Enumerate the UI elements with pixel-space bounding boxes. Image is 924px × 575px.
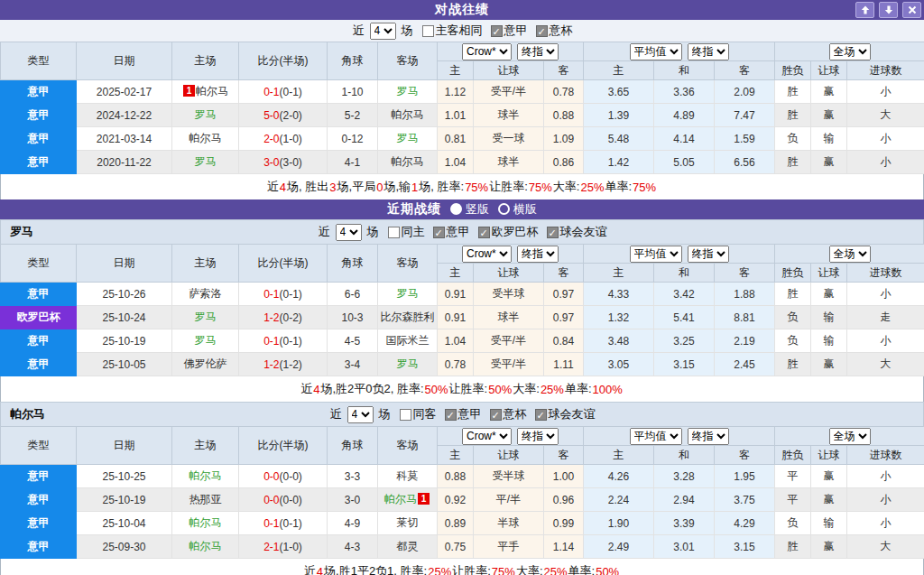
summary-segment: 50% <box>596 565 619 575</box>
handicap-result-cell: 输 <box>811 306 847 329</box>
summary-segment: 25% <box>544 565 568 575</box>
team0-table: 类型日期主场比分(半场)角球客场Crow*终指平均值终指全场主让球客主和客胜负让… <box>0 244 924 376</box>
match-row: 意甲25-10-04帕尔马0-1(0-1)4-9莱切0.89半球0.991.90… <box>1 512 924 535</box>
date-cell: 25-10-19 <box>77 488 172 512</box>
team0-filter-checkbox-2[interactable]: ✓ <box>478 227 490 238</box>
team0-filter-checkbox-1[interactable]: ✓ <box>433 227 445 238</box>
goals-result-cell: 小 <box>847 465 924 488</box>
h2h-avg-stage-select[interactable]: 终指 <box>688 43 729 60</box>
team-name: 罗马 <box>397 287 419 300</box>
h2h-filter-bar: 近4场主客相同✓意甲✓意杯 <box>0 20 924 42</box>
handicap-cell: 平手 <box>474 535 544 559</box>
h2h-odds-stage-select[interactable]: 终指 <box>517 43 559 60</box>
summary-segment: 75% <box>492 565 515 575</box>
team1-scope-select[interactable]: 全场 <box>829 428 871 445</box>
team0-avg-stage-select[interactable]: 终指 <box>688 246 729 263</box>
layout-radio-group: 竖版横版 <box>441 201 537 218</box>
team0-col-header-2: 主场 <box>172 245 239 283</box>
result-cell: 胜 <box>775 535 811 559</box>
halftime-score: (1-0) <box>280 133 302 145</box>
team-name: 热那亚 <box>189 493 222 505</box>
team0-sub-header: 主 <box>438 264 474 283</box>
team0-filter-checkbox-0[interactable] <box>388 227 400 238</box>
h2h-table: 类型日期主场比分(半场)角球客场Crow*终指平均值终指全场主让球客主和客胜负让… <box>0 42 924 174</box>
team1-sub-header: 和 <box>654 446 715 465</box>
team-name: 帕尔马 <box>384 493 417 505</box>
h2h-filter-checkbox-1[interactable]: ✓ <box>491 25 503 37</box>
handicap-result-cell: 赢 <box>811 535 847 559</box>
match-row: 欧罗巴杯25-10-24罗马1-2(0-2)10-3比尔森胜利0.91球半0.9… <box>1 306 924 329</box>
h2h-sub-header: 主 <box>584 61 654 80</box>
team-name: 帕尔马 <box>392 108 424 121</box>
h2h-filter-checkbox-0[interactable] <box>422 25 434 37</box>
h2h-filter-checkbox-2[interactable]: ✓ <box>536 25 548 37</box>
odds-away-cell: 0.84 <box>544 329 584 353</box>
halftime-score: (3-0) <box>280 156 302 169</box>
corner-cell: 1-10 <box>328 80 378 104</box>
team0-rounds-select[interactable]: 4 <box>336 224 362 241</box>
handicap-result-cell: 输 <box>811 329 847 353</box>
team1-avg-stage-select[interactable]: 终指 <box>688 428 729 445</box>
summary-segment: 4 <box>313 383 319 396</box>
date-cell: 2024-12-22 <box>77 104 172 127</box>
summary-segment: 让胜率: <box>449 381 488 397</box>
team1-filter-checkbox-0[interactable] <box>400 409 411 421</box>
result-cell: 负 <box>775 127 811 151</box>
team0-avg-type-select[interactable]: 平均值 <box>630 246 682 263</box>
team0-col-header-3: 比分(半场) <box>239 245 328 283</box>
team1-rounds-select[interactable]: 4 <box>347 406 374 423</box>
summary-segment: 场,输 <box>383 179 411 195</box>
summary-segment: 50% <box>488 383 512 396</box>
result-cell: 负 <box>775 329 811 353</box>
team0-odds-stage-select[interactable]: 终指 <box>517 246 559 263</box>
corner-cell: 4-3 <box>328 535 378 559</box>
fulltime-score: 5-0 <box>263 109 279 122</box>
h2h-odds-company-select[interactable]: Crow* <box>462 43 512 60</box>
team1-odds-stage-select[interactable]: 终指 <box>517 428 559 445</box>
team0-odds-company-select[interactable]: Crow* <box>462 246 512 263</box>
layout-radio-vertical[interactable]: 竖版 <box>450 201 489 218</box>
summary-segment: 4 <box>317 565 323 575</box>
odds-home-cell: 1.01 <box>438 104 474 127</box>
h2h-col-header-3: 比分(半场) <box>239 42 328 80</box>
league-cell: 意甲 <box>1 127 77 151</box>
team0-filter-checkbox-3[interactable]: ✓ <box>547 227 559 238</box>
team1-avg-type-select[interactable]: 平均值 <box>630 428 682 445</box>
home-team-cell: 罗马 <box>172 329 239 353</box>
score-cell: 0-1(0-1) <box>239 512 328 535</box>
date-cell: 25-10-26 <box>77 283 172 306</box>
odds-home-cell: 0.89 <box>438 512 474 535</box>
fulltime-score: 0-0 <box>263 494 279 506</box>
team1-filter-checkbox-3[interactable]: ✓ <box>535 409 547 421</box>
league-cell: 意甲 <box>1 151 77 174</box>
h2h-scope-select[interactable]: 全场 <box>829 43 871 60</box>
fulltime-score: 0-1 <box>263 86 279 98</box>
fulltime-score: 2-0 <box>263 133 279 145</box>
h2h-rounds-select[interactable]: 4 <box>370 23 396 40</box>
avg-away-cell: 3.75 <box>715 488 775 512</box>
away-team-cell: 罗马 <box>378 353 438 376</box>
odds-home-cell: 0.91 <box>438 306 474 329</box>
team0-scope-select[interactable]: 全场 <box>829 246 871 263</box>
odds-away-cell: 1.11 <box>544 353 584 376</box>
close-button[interactable] <box>902 2 921 18</box>
summary-segment: 大率: <box>553 179 580 195</box>
avg-draw-cell: 4.89 <box>654 104 715 127</box>
team1-odds-company-select[interactable]: Crow* <box>462 428 512 445</box>
team1-filter-checkbox-1[interactable]: ✓ <box>445 409 457 421</box>
avg-draw-cell: 2.94 <box>654 488 715 512</box>
handicap-cell: 球半 <box>474 306 544 329</box>
scroll-up-button[interactable] <box>855 2 874 18</box>
odds-home-cell: 0.88 <box>438 465 474 488</box>
team1-filter-checkbox-2[interactable]: ✓ <box>490 409 502 421</box>
layout-radio-horizontal[interactable]: 横版 <box>498 201 537 218</box>
avg-away-cell: 4.29 <box>715 512 775 535</box>
scroll-down-button[interactable] <box>879 2 898 18</box>
handicap-cell: 受一球 <box>474 127 544 151</box>
team-name: 佛罗伦萨 <box>184 357 227 370</box>
avg-away-cell: 2.09 <box>715 80 775 104</box>
team1-filter-label-0: 同客 <box>413 406 437 422</box>
h2h-summary: 近 4 场, 胜出 3 场,平局 0 场,输 1 场, 胜率: 75% 让胜率:… <box>0 174 924 199</box>
match-row: 意甲25-10-19罗马0-1(0-1)4-5国际米兰1.04受平/半0.843… <box>1 329 924 353</box>
h2h-avg-type-select[interactable]: 平均值 <box>630 43 682 60</box>
